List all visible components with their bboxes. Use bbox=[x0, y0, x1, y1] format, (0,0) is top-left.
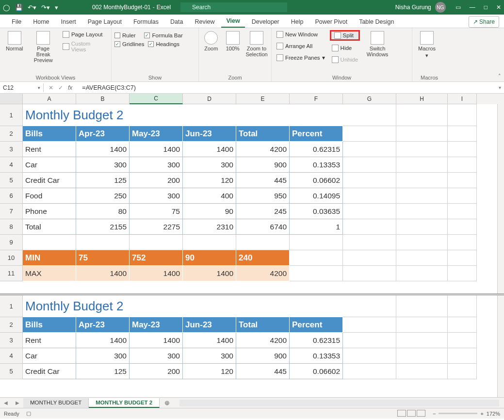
cell[interactable]: MIN bbox=[23, 250, 76, 266]
tab-file[interactable]: File bbox=[7, 16, 26, 28]
cell[interactable] bbox=[448, 295, 477, 317]
cell[interactable]: 1400 bbox=[130, 266, 183, 281]
tab-developer[interactable]: Developer bbox=[247, 16, 284, 28]
cell[interactable] bbox=[396, 104, 448, 126]
cell[interactable] bbox=[290, 250, 343, 266]
cell[interactable] bbox=[396, 204, 448, 219]
row-header[interactable]: 5 bbox=[0, 364, 23, 379]
pane-top[interactable]: 1Monthly Budget 22BillsApr-23May-23Jun-2… bbox=[0, 104, 504, 293]
cell[interactable]: 1400 bbox=[183, 266, 236, 281]
row-header[interactable]: 1 bbox=[0, 104, 23, 126]
cell[interactable]: Percent bbox=[290, 126, 343, 142]
row-header[interactable]: 9 bbox=[0, 235, 23, 250]
cell[interactable]: 300 bbox=[130, 188, 183, 204]
cell[interactable]: 0.13353 bbox=[290, 348, 343, 364]
tab-page-layout[interactable]: Page Layout bbox=[83, 16, 127, 28]
cell[interactable]: 0.13353 bbox=[290, 157, 343, 173]
zoom-out-icon[interactable]: − bbox=[433, 411, 436, 417]
cell[interactable]: 4200 bbox=[236, 266, 290, 281]
macro-record-icon[interactable]: ▢ bbox=[26, 410, 31, 417]
cell[interactable]: Total bbox=[236, 126, 290, 142]
cell[interactable]: 200 bbox=[130, 173, 183, 188]
row-header[interactable]: 3 bbox=[0, 333, 23, 348]
search-input[interactable] bbox=[180, 2, 287, 12]
enter-icon[interactable]: ✓ bbox=[58, 84, 63, 91]
cell[interactable]: 0.06602 bbox=[290, 364, 343, 379]
tab-power-pivot[interactable]: Power Pivot bbox=[310, 16, 352, 28]
cell[interactable] bbox=[290, 266, 343, 281]
macros-button[interactable]: Macros ▾ bbox=[415, 30, 439, 60]
arrange-all-button[interactable]: Arrange All bbox=[275, 42, 327, 50]
cell[interactable] bbox=[396, 235, 448, 250]
normal-view-button[interactable]: Normal bbox=[3, 30, 26, 52]
cell[interactable] bbox=[343, 295, 396, 317]
horizontal-scrollbar[interactable] bbox=[179, 400, 499, 406]
formula-input[interactable]: =AVERAGE(C3:C7) bbox=[79, 83, 496, 92]
cell[interactable]: Rent bbox=[23, 142, 76, 157]
cell[interactable] bbox=[396, 295, 448, 317]
cell[interactable]: 1400 bbox=[76, 333, 130, 348]
cell[interactable]: 125 bbox=[76, 173, 130, 188]
cell[interactable]: 752 bbox=[130, 250, 183, 266]
cell[interactable] bbox=[396, 157, 448, 173]
cell[interactable]: 90 bbox=[183, 250, 236, 266]
cell[interactable] bbox=[343, 250, 396, 266]
tab-help[interactable]: Help bbox=[286, 16, 309, 28]
cell[interactable]: May-23 bbox=[130, 126, 183, 142]
cell[interactable]: MAX bbox=[23, 266, 76, 281]
row-header[interactable]: 4 bbox=[0, 348, 23, 364]
vertical-scrollbar[interactable] bbox=[497, 295, 504, 397]
cell[interactable] bbox=[396, 317, 448, 333]
cell[interactable]: Monthly Budget 2 bbox=[23, 295, 343, 317]
cell[interactable]: 1400 bbox=[183, 142, 236, 157]
cell[interactable] bbox=[290, 235, 343, 250]
row-header[interactable]: 3 bbox=[0, 142, 23, 157]
cell[interactable]: 2275 bbox=[130, 219, 183, 235]
split-button[interactable]: Split bbox=[330, 30, 360, 41]
cell[interactable]: 80 bbox=[76, 204, 130, 219]
cell[interactable] bbox=[396, 364, 448, 379]
cell[interactable]: 120 bbox=[183, 364, 236, 379]
ribbon-display-options-icon[interactable]: ▭ bbox=[455, 4, 461, 11]
cell[interactable]: 75 bbox=[76, 250, 130, 266]
cell[interactable]: 120 bbox=[183, 173, 236, 188]
cell[interactable] bbox=[76, 235, 130, 250]
cell[interactable]: Car bbox=[23, 157, 76, 173]
new-sheet-button[interactable]: ⊕ bbox=[160, 399, 175, 406]
cell[interactable]: 4200 bbox=[236, 333, 290, 348]
ruler-checkbox[interactable]: Ruler bbox=[114, 32, 135, 39]
qat-more-icon[interactable]: ▾ bbox=[55, 4, 58, 11]
zoom-slider[interactable] bbox=[439, 413, 477, 414]
tab-formulas[interactable]: Formulas bbox=[129, 16, 163, 28]
cell[interactable]: 300 bbox=[183, 348, 236, 364]
cell[interactable]: 1400 bbox=[183, 333, 236, 348]
cell[interactable] bbox=[448, 188, 477, 204]
freeze-panes-button[interactable]: Freeze Panes ▾ bbox=[275, 53, 327, 62]
cancel-icon[interactable]: ✕ bbox=[49, 84, 53, 91]
cell[interactable] bbox=[448, 104, 477, 126]
search-box[interactable] bbox=[180, 2, 287, 12]
save-icon[interactable]: 💾 bbox=[15, 4, 23, 11]
close-icon[interactable]: ✕ bbox=[496, 4, 501, 11]
zoom-controls[interactable]: − + 172% bbox=[433, 411, 500, 417]
switch-windows-button[interactable]: Switch Windows bbox=[366, 30, 389, 58]
cell[interactable]: 300 bbox=[183, 157, 236, 173]
cell[interactable]: Percent bbox=[290, 317, 343, 333]
cell[interactable]: 950 bbox=[236, 188, 290, 204]
share-button[interactable]: ↗ Share bbox=[469, 16, 499, 28]
cell[interactable]: May-23 bbox=[130, 317, 183, 333]
cell[interactable] bbox=[183, 235, 236, 250]
custom-views-button[interactable]: Custom Views bbox=[61, 40, 108, 53]
cell[interactable]: 400 bbox=[183, 188, 236, 204]
cell[interactable] bbox=[448, 173, 477, 188]
tab-data[interactable]: Data bbox=[165, 16, 188, 28]
cell[interactable]: 300 bbox=[130, 348, 183, 364]
cell[interactable] bbox=[396, 142, 448, 157]
cell[interactable]: Total bbox=[23, 219, 76, 235]
unhide-button[interactable]: Unhide bbox=[330, 55, 360, 64]
cell[interactable] bbox=[343, 317, 396, 333]
tab-insert[interactable]: Insert bbox=[56, 16, 81, 28]
cell[interactable]: Apr-23 bbox=[76, 317, 130, 333]
cell[interactable] bbox=[343, 126, 396, 142]
cell[interactable]: Rent bbox=[23, 333, 76, 348]
